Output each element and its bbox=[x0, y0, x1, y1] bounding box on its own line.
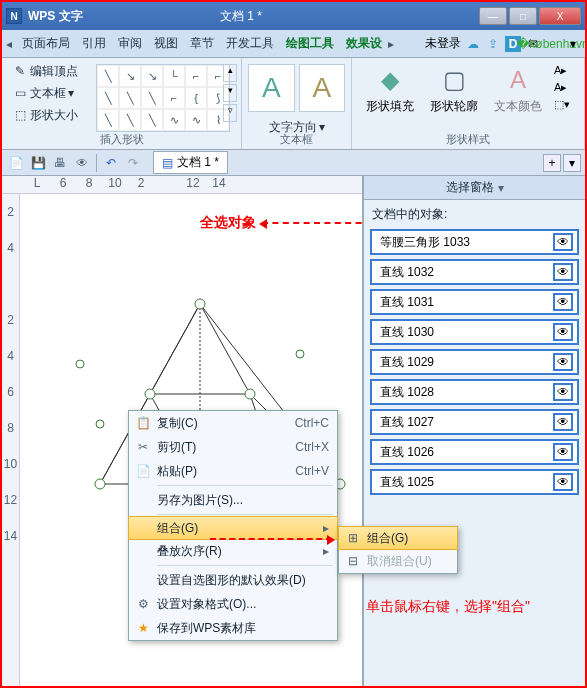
shape-gallery[interactable]: ╲↘↘└⌐⌐ ╲╲╲⌐{⟆ ╲╲╲∿∿⌇ bbox=[96, 64, 230, 132]
ctx-paste[interactable]: 📄粘贴(P)Ctrl+V bbox=[129, 459, 337, 483]
object-item[interactable]: 直线 1031👁 bbox=[370, 289, 579, 315]
tab-view[interactable]: 视图 bbox=[148, 31, 184, 56]
tab-add[interactable]: + bbox=[543, 154, 561, 172]
textbox-button[interactable]: ▭文本框▾ bbox=[8, 83, 78, 104]
ctx-group[interactable]: 组合(G)▸ bbox=[128, 516, 338, 540]
group-label: 插入形状 bbox=[2, 132, 241, 147]
tab-developer[interactable]: 开发工具 bbox=[220, 31, 280, 56]
tab-review[interactable]: 审阅 bbox=[112, 31, 148, 56]
help-dropdown[interactable]: ▾ bbox=[565, 36, 581, 52]
eye-icon[interactable]: 👁 bbox=[553, 233, 573, 251]
selection-pane-label: 文档中的对象: bbox=[364, 200, 585, 229]
eye-icon[interactable]: 👁 bbox=[553, 263, 573, 281]
ribbon-tabs: ◂ 页面布局 引用 审阅 视图 章节 开发工具 绘图工具 效果设 ▸ 未登录 ☁… bbox=[2, 30, 585, 58]
eye-icon[interactable]: 👁 bbox=[553, 353, 573, 371]
ctx-save-to-wps[interactable]: ★保存到WPS素材库 bbox=[129, 616, 337, 640]
object-item[interactable]: 直线 1027👁 bbox=[370, 409, 579, 435]
eye-icon[interactable]: 👁 bbox=[553, 293, 573, 311]
shape-fill-button[interactable]: ◆形状填充 bbox=[358, 60, 422, 119]
text-color-button[interactable]: A文本颜色 bbox=[486, 60, 550, 119]
eye-icon[interactable]: 👁 bbox=[553, 323, 573, 341]
print-icon[interactable]: 🖶 bbox=[50, 153, 70, 173]
maximize-button[interactable]: □ bbox=[509, 7, 537, 25]
style-more-2[interactable]: A▸ bbox=[554, 81, 570, 94]
svg-point-0 bbox=[195, 299, 205, 309]
object-item[interactable]: 直线 1032👁 bbox=[370, 259, 579, 285]
save-icon[interactable]: 💾 bbox=[28, 153, 48, 173]
save-wps-icon: ★ bbox=[135, 621, 151, 635]
ungroup-icon: ⊟ bbox=[345, 554, 361, 568]
sub-ungroup: ⊟取消组合(U) bbox=[339, 549, 457, 573]
shape-outline-button[interactable]: ▢形状轮廓 bbox=[422, 60, 486, 119]
close-button[interactable]: X bbox=[539, 7, 581, 25]
eye-icon[interactable]: 👁 bbox=[553, 413, 573, 431]
titlebar: N WPS 文字 文档 1 * — □ X bbox=[2, 2, 585, 30]
share-icon[interactable]: ⇪ bbox=[485, 36, 501, 52]
redo-icon[interactable]: ↷ bbox=[123, 153, 143, 173]
group-icon: ⊞ bbox=[345, 531, 361, 545]
svg-point-9 bbox=[96, 420, 104, 428]
annotation-arrow-3 bbox=[210, 538, 332, 540]
cloud-icon[interactable]: ☁ bbox=[465, 36, 481, 52]
tab-page-layout[interactable]: 页面布局 bbox=[16, 31, 76, 56]
shape-size-button[interactable]: ⬚形状大小 bbox=[8, 105, 82, 126]
undo-icon[interactable]: ↶ bbox=[101, 153, 121, 173]
copy-icon: 📋 bbox=[135, 416, 151, 430]
gallery-down[interactable]: ▾ bbox=[223, 84, 237, 102]
tab-references[interactable]: 引用 bbox=[76, 31, 112, 56]
ctx-format-object[interactable]: ⚙设置对象格式(O)... bbox=[129, 592, 337, 616]
login-link[interactable]: 未登录 bbox=[425, 35, 461, 52]
svg-point-1 bbox=[145, 389, 155, 399]
style-more-1[interactable]: A▸ bbox=[554, 64, 570, 77]
gallery-up[interactable]: ▴ bbox=[223, 64, 237, 82]
selection-pane-header[interactable]: 选择窗格▾ bbox=[364, 176, 585, 200]
svg-point-2 bbox=[245, 389, 255, 399]
ctx-copy[interactable]: 📋复制(C)Ctrl+C bbox=[129, 411, 337, 435]
tab-scroll-right[interactable]: ▸ bbox=[388, 37, 398, 51]
annotation-right-click: 单击鼠标右键，选择"组合" bbox=[366, 598, 530, 616]
tab-section[interactable]: 章节 bbox=[184, 31, 220, 56]
wps-doc-icon: ▤ bbox=[162, 156, 173, 170]
gallery-more[interactable]: ▿ bbox=[223, 104, 237, 122]
doc-title: 文档 1 * bbox=[3, 8, 479, 25]
horizontal-ruler: L681021214 bbox=[2, 176, 362, 194]
object-list: 等腰三角形 1033👁 直线 1032👁 直线 1031👁 直线 1030👁 直… bbox=[364, 229, 585, 688]
context-menu: 📋复制(C)Ctrl+C ✂剪切(T)Ctrl+X 📄粘贴(P)Ctrl+V 另… bbox=[128, 410, 338, 641]
sub-group[interactable]: ⊞组合(G) bbox=[338, 526, 458, 550]
minimize-button[interactable]: — bbox=[479, 7, 507, 25]
ctx-save-as-image[interactable]: 另存为图片(S)... bbox=[129, 488, 337, 512]
ribbon: ✎编辑顶点 ▭文本框▾ ⬚形状大小 ╲↘↘└⌐⌐ ╲╲╲⌐{⟆ ╲╲╲∿∿⌇ ▴… bbox=[2, 58, 585, 150]
tab-effects[interactable]: 效果设 bbox=[340, 31, 388, 56]
eye-icon[interactable]: 👁 bbox=[553, 443, 573, 461]
eye-icon[interactable]: 👁 bbox=[553, 383, 573, 401]
new-icon[interactable]: 📄 bbox=[6, 153, 26, 173]
paste-icon: 📄 bbox=[135, 464, 151, 478]
format-icon: ⚙ bbox=[135, 597, 151, 611]
object-item[interactable]: 直线 1030👁 bbox=[370, 319, 579, 345]
edit-vertices-button[interactable]: ✎编辑顶点 bbox=[8, 61, 82, 82]
cut-icon: ✂ bbox=[135, 440, 151, 454]
ctx-order[interactable]: 叠放次序(R)▸ bbox=[129, 539, 337, 563]
svg-point-3 bbox=[95, 479, 105, 489]
annotation-select-all: 全选对象 bbox=[200, 214, 256, 232]
object-item[interactable]: 直线 1025👁 bbox=[370, 469, 579, 495]
group-submenu: ⊞组合(G) ⊟取消组合(U) bbox=[338, 526, 458, 574]
object-item[interactable]: 直线 1026👁 bbox=[370, 439, 579, 465]
doc-tab[interactable]: ▤ 文档 1 * bbox=[153, 151, 228, 174]
text-style-b[interactable]: A bbox=[299, 64, 346, 112]
object-item[interactable]: 等腰三角形 1033👁 bbox=[370, 229, 579, 255]
ctx-cut[interactable]: ✂剪切(T)Ctrl+X bbox=[129, 435, 337, 459]
preview-icon[interactable]: 👁 bbox=[72, 153, 92, 173]
tab-scroll-left[interactable]: ◂ bbox=[6, 37, 16, 51]
object-item[interactable]: 直线 1028👁 bbox=[370, 379, 579, 405]
tab-list[interactable]: ▾ bbox=[563, 154, 581, 172]
style-more-3[interactable]: ⬚▾ bbox=[554, 98, 570, 111]
svg-point-8 bbox=[296, 350, 304, 358]
text-style-a[interactable]: A bbox=[248, 64, 295, 112]
eye-icon[interactable]: 👁 bbox=[553, 473, 573, 491]
quick-access-toolbar: 📄 💾 🖶 👁 ↶ ↷ ▤ 文档 1 * + ▾ bbox=[2, 150, 585, 176]
ctx-set-default[interactable]: 设置自选图形的默认效果(D) bbox=[129, 568, 337, 592]
object-item[interactable]: 直线 1029👁 bbox=[370, 349, 579, 375]
wifi-icon[interactable]: �københavn bbox=[545, 36, 561, 52]
tab-drawing-tools[interactable]: 绘图工具 bbox=[280, 31, 340, 56]
